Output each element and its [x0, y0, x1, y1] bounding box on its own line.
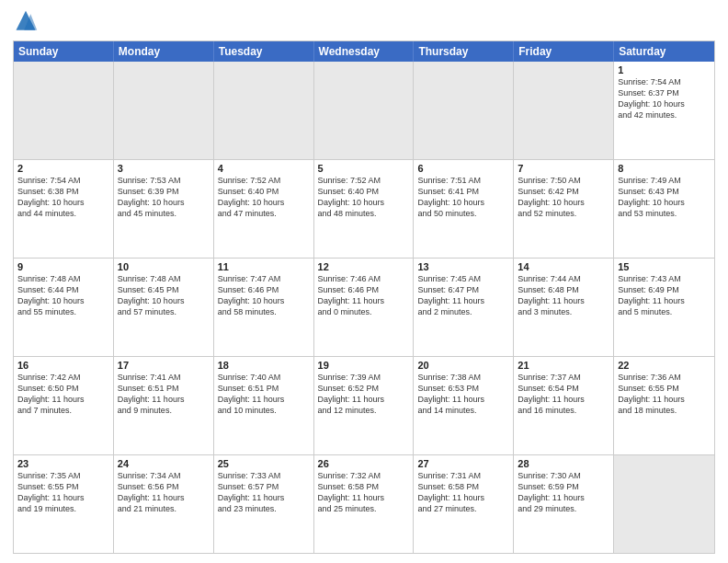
day-number: 20: [417, 360, 509, 371]
day-number: 14: [518, 261, 609, 272]
calendar-row-0: 1Sunrise: 7:54 AM Sunset: 6:37 PM Daylig…: [14, 62, 714, 160]
cell-info: Sunrise: 7:38 AM Sunset: 6:53 PM Dayligh…: [417, 372, 509, 417]
day-number: 27: [417, 458, 509, 469]
day-number: 2: [17, 163, 109, 174]
cell-info: Sunrise: 7:41 AM Sunset: 6:51 PM Dayligh…: [118, 372, 210, 417]
cell-info: Sunrise: 7:40 AM Sunset: 6:51 PM Dayligh…: [218, 372, 310, 417]
cell-info: Sunrise: 7:45 AM Sunset: 6:47 PM Dayligh…: [417, 273, 509, 318]
logo-icon: [13, 9, 39, 35]
day-number: 26: [318, 458, 410, 469]
cell-info: Sunrise: 7:53 AM Sunset: 6:39 PM Dayligh…: [118, 175, 210, 220]
day-header-tuesday: Tuesday: [214, 41, 314, 62]
calendar-cell: 27Sunrise: 7:31 AM Sunset: 6:58 PM Dayli…: [414, 455, 514, 553]
day-number: 6: [417, 163, 509, 174]
cell-info: Sunrise: 7:39 AM Sunset: 6:52 PM Dayligh…: [318, 372, 410, 417]
day-header-thursday: Thursday: [414, 41, 514, 62]
calendar-cell: 17Sunrise: 7:41 AM Sunset: 6:51 PM Dayli…: [114, 357, 214, 454]
day-number: 5: [318, 163, 410, 174]
calendar-body: 1Sunrise: 7:54 AM Sunset: 6:37 PM Daylig…: [14, 62, 714, 553]
calendar-cell: 1Sunrise: 7:54 AM Sunset: 6:37 PM Daylig…: [614, 62, 714, 159]
calendar-cell: [514, 62, 614, 159]
calendar-header: SundayMondayTuesdayWednesdayThursdayFrid…: [14, 41, 714, 62]
calendar-row-4: 23Sunrise: 7:35 AM Sunset: 6:55 PM Dayli…: [14, 455, 714, 553]
cell-info: Sunrise: 7:31 AM Sunset: 6:58 PM Dayligh…: [417, 470, 509, 515]
calendar-cell: 16Sunrise: 7:42 AM Sunset: 6:50 PM Dayli…: [14, 357, 114, 454]
calendar-cell: 20Sunrise: 7:38 AM Sunset: 6:53 PM Dayli…: [414, 357, 514, 454]
day-number: 16: [17, 360, 109, 371]
calendar-cell: 10Sunrise: 7:48 AM Sunset: 6:45 PM Dayli…: [114, 259, 214, 356]
day-number: 25: [218, 458, 310, 469]
calendar-cell: 7Sunrise: 7:50 AM Sunset: 6:42 PM Daylig…: [514, 160, 614, 258]
calendar-row-3: 16Sunrise: 7:42 AM Sunset: 6:50 PM Dayli…: [14, 357, 714, 455]
calendar-cell: 26Sunrise: 7:32 AM Sunset: 6:58 PM Dayli…: [314, 455, 415, 553]
calendar-cell: 18Sunrise: 7:40 AM Sunset: 6:51 PM Dayli…: [214, 357, 314, 454]
logo: [13, 9, 42, 35]
day-number: 7: [518, 163, 609, 174]
day-number: 28: [518, 458, 609, 469]
cell-info: Sunrise: 7:50 AM Sunset: 6:42 PM Dayligh…: [518, 175, 609, 220]
cell-info: Sunrise: 7:37 AM Sunset: 6:54 PM Dayligh…: [518, 372, 609, 417]
day-number: 3: [118, 163, 210, 174]
calendar-cell: 2Sunrise: 7:54 AM Sunset: 6:38 PM Daylig…: [14, 160, 114, 258]
calendar-cell: 6Sunrise: 7:51 AM Sunset: 6:41 PM Daylig…: [414, 160, 514, 258]
calendar-cell: 15Sunrise: 7:43 AM Sunset: 6:49 PM Dayli…: [614, 259, 714, 356]
calendar-cell: [114, 62, 214, 159]
calendar-cell: 4Sunrise: 7:52 AM Sunset: 6:40 PM Daylig…: [214, 160, 314, 258]
day-number: 12: [318, 261, 410, 272]
day-number: 21: [518, 360, 609, 371]
day-number: 9: [17, 261, 109, 272]
day-number: 11: [218, 261, 310, 272]
calendar-cell: 24Sunrise: 7:34 AM Sunset: 6:56 PM Dayli…: [114, 455, 214, 553]
calendar-cell: 14Sunrise: 7:44 AM Sunset: 6:48 PM Dayli…: [514, 259, 614, 356]
day-number: 1: [618, 64, 711, 75]
calendar-cell: 11Sunrise: 7:47 AM Sunset: 6:46 PM Dayli…: [214, 259, 314, 356]
calendar-cell: [214, 62, 314, 159]
cell-info: Sunrise: 7:48 AM Sunset: 6:44 PM Dayligh…: [17, 273, 109, 318]
calendar: SundayMondayTuesdayWednesdayThursdayFrid…: [13, 40, 715, 554]
day-number: 24: [118, 458, 210, 469]
calendar-row-2: 9Sunrise: 7:48 AM Sunset: 6:44 PM Daylig…: [14, 259, 714, 357]
calendar-cell: [314, 62, 415, 159]
cell-info: Sunrise: 7:54 AM Sunset: 6:38 PM Dayligh…: [17, 175, 109, 220]
day-number: 4: [218, 163, 310, 174]
cell-info: Sunrise: 7:52 AM Sunset: 6:40 PM Dayligh…: [218, 175, 310, 220]
cell-info: Sunrise: 7:30 AM Sunset: 6:59 PM Dayligh…: [518, 470, 609, 515]
day-number: 17: [118, 360, 210, 371]
day-number: 10: [118, 261, 210, 272]
calendar-cell: 21Sunrise: 7:37 AM Sunset: 6:54 PM Dayli…: [514, 357, 614, 454]
day-header-friday: Friday: [514, 41, 614, 62]
calendar-cell: 3Sunrise: 7:53 AM Sunset: 6:39 PM Daylig…: [114, 160, 214, 258]
day-header-saturday: Saturday: [614, 41, 714, 62]
calendar-row-1: 2Sunrise: 7:54 AM Sunset: 6:38 PM Daylig…: [14, 160, 714, 259]
calendar-cell: 25Sunrise: 7:33 AM Sunset: 6:57 PM Dayli…: [214, 455, 314, 553]
calendar-cell: [414, 62, 514, 159]
header: [13, 9, 715, 35]
day-number: 15: [618, 261, 711, 272]
day-number: 22: [618, 360, 711, 371]
day-header-wednesday: Wednesday: [314, 41, 415, 62]
day-number: 13: [417, 261, 509, 272]
cell-info: Sunrise: 7:46 AM Sunset: 6:46 PM Dayligh…: [318, 273, 410, 318]
calendar-cell: 8Sunrise: 7:49 AM Sunset: 6:43 PM Daylig…: [614, 160, 714, 258]
calendar-cell: [614, 455, 714, 553]
cell-info: Sunrise: 7:54 AM Sunset: 6:37 PM Dayligh…: [618, 76, 711, 121]
cell-info: Sunrise: 7:47 AM Sunset: 6:46 PM Dayligh…: [218, 273, 310, 318]
page: SundayMondayTuesdayWednesdayThursdayFrid…: [0, 0, 728, 563]
day-number: 18: [218, 360, 310, 371]
cell-info: Sunrise: 7:48 AM Sunset: 6:45 PM Dayligh…: [118, 273, 210, 318]
calendar-cell: 9Sunrise: 7:48 AM Sunset: 6:44 PM Daylig…: [14, 259, 114, 356]
day-header-sunday: Sunday: [14, 41, 114, 62]
calendar-cell: 13Sunrise: 7:45 AM Sunset: 6:47 PM Dayli…: [414, 259, 514, 356]
day-number: 8: [618, 163, 711, 174]
cell-info: Sunrise: 7:33 AM Sunset: 6:57 PM Dayligh…: [218, 470, 310, 515]
calendar-cell: 12Sunrise: 7:46 AM Sunset: 6:46 PM Dayli…: [314, 259, 415, 356]
calendar-cell: 19Sunrise: 7:39 AM Sunset: 6:52 PM Dayli…: [314, 357, 415, 454]
day-number: 19: [318, 360, 410, 371]
cell-info: Sunrise: 7:51 AM Sunset: 6:41 PM Dayligh…: [417, 175, 509, 220]
cell-info: Sunrise: 7:35 AM Sunset: 6:55 PM Dayligh…: [17, 470, 109, 515]
cell-info: Sunrise: 7:52 AM Sunset: 6:40 PM Dayligh…: [318, 175, 410, 220]
cell-info: Sunrise: 7:43 AM Sunset: 6:49 PM Dayligh…: [618, 273, 711, 318]
cell-info: Sunrise: 7:49 AM Sunset: 6:43 PM Dayligh…: [618, 175, 711, 220]
cell-info: Sunrise: 7:42 AM Sunset: 6:50 PM Dayligh…: [17, 372, 109, 417]
cell-info: Sunrise: 7:34 AM Sunset: 6:56 PM Dayligh…: [118, 470, 210, 515]
